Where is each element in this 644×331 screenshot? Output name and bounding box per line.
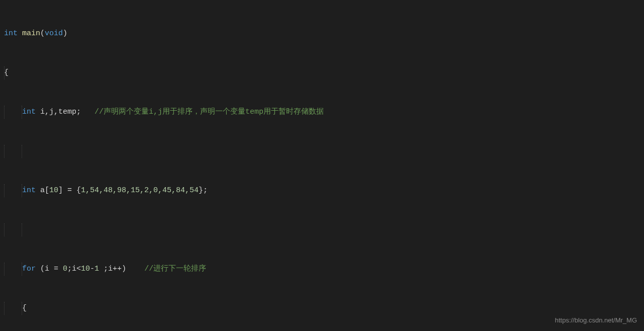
code-line — [3, 145, 644, 158]
code-line: int main(void) — [3, 27, 644, 40]
code-line: { — [3, 302, 644, 315]
keyword: int — [4, 108, 36, 116]
function-name: main — [22, 29, 40, 38]
code-line: int i,j,temp; //声明两个变量i,j用于排序，声明一个变量temp… — [3, 106, 644, 119]
comment: //进行下一轮排序 — [144, 265, 206, 273]
keyword: int — [4, 186, 36, 195]
watermark-text: https://blog.csdn.net/Mr_MG — [555, 314, 637, 327]
code-line: for (i = 0;i<10-1 ;i++) //进行下一轮排序 — [3, 263, 644, 276]
code-line: { — [3, 66, 644, 79]
keyword: int — [4, 29, 18, 38]
code-line — [3, 223, 644, 236]
comment: //声明两个变量i,j用于排序，声明一个变量temp用于暂时存储数据 — [95, 108, 324, 116]
code-line: int a[10] = {1,54,48,98,15,2,0,45,84,54}… — [3, 184, 644, 197]
keyword: void — [45, 29, 63, 38]
keyword: for — [4, 265, 36, 273]
code-editor[interactable]: int main(void) { int i,j,temp; //声明两个变量i… — [0, 0, 644, 331]
